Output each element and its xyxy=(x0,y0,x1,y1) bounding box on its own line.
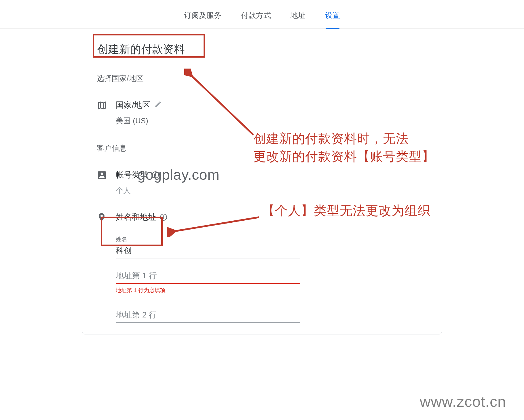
name-label: 姓名 xyxy=(116,235,300,243)
name-form-group: 姓名 xyxy=(116,235,300,258)
account-type-label: 帐号类型 xyxy=(116,169,148,180)
address-line1-input[interactable] xyxy=(116,268,300,284)
address1-form-group: 地址第 1 行为必填项 xyxy=(116,268,300,294)
country-value: 美国 (US) xyxy=(116,116,427,126)
country-field-row: 国家/地区 美国 (US) xyxy=(97,100,427,126)
tab-subscriptions[interactable]: 订阅及服务 xyxy=(183,8,223,23)
info-icon[interactable]: i xyxy=(160,214,167,221)
name-address-label: 姓名和地址 xyxy=(116,212,156,223)
account-type-row: 帐号类型 i 个人 xyxy=(97,169,427,196)
address2-form-group xyxy=(116,307,300,323)
tab-address[interactable]: 地址 xyxy=(289,8,307,23)
select-country-label: 选择国家/地区 xyxy=(97,73,427,84)
tab-payment-methods[interactable]: 付款方式 xyxy=(240,8,272,23)
location-icon xyxy=(97,212,107,223)
account-icon xyxy=(97,170,107,180)
info-icon[interactable]: i xyxy=(152,171,159,178)
customer-info-header: 客户信息 xyxy=(97,143,427,153)
tab-settings[interactable]: 设置 xyxy=(324,8,341,23)
watermark-zcot: www.zcot.cn xyxy=(420,393,506,410)
edit-country-icon[interactable] xyxy=(154,101,162,110)
address-line2-input[interactable] xyxy=(116,307,300,323)
address1-error: 地址第 1 行为必填项 xyxy=(116,287,300,294)
name-address-row: 姓名和地址 i xyxy=(97,212,427,223)
map-icon xyxy=(97,100,107,111)
top-nav: 订阅及服务 付款方式 地址 设置 xyxy=(0,0,524,29)
country-field-label: 国家/地区 xyxy=(116,100,150,111)
name-input[interactable] xyxy=(116,243,300,258)
account-type-value: 个人 xyxy=(116,186,427,196)
page-title: 创建新的付款资料 xyxy=(97,40,188,58)
payment-profile-card: 创建新的付款资料 选择国家/地区 国家/地区 美国 (US) 客户信息 帐号类型 xyxy=(82,29,442,334)
